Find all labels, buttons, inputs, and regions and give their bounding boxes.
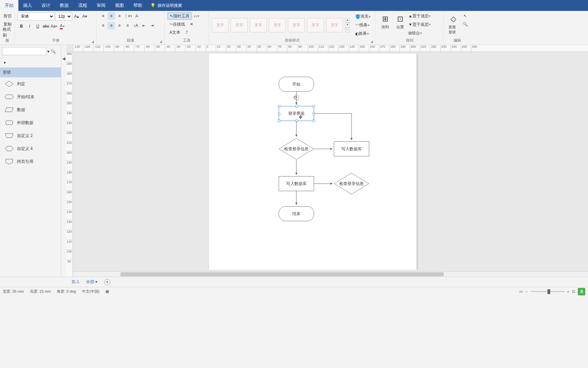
justify-button[interactable]: ≡ — [124, 22, 131, 29]
gallery-more-button[interactable]: ⋯ — [345, 28, 350, 32]
select-button[interactable]: ↖ — [461, 12, 469, 20]
style-item[interactable]: 文字 — [250, 18, 267, 32]
group-button[interactable]: ⊞ 组合▾ — [408, 29, 438, 37]
shapes-category[interactable]: 形状 — [0, 67, 61, 77]
style-item[interactable]: 文字 — [231, 18, 248, 32]
font-name-combo[interactable]: 宋体 — [18, 12, 54, 20]
page-tab[interactable]: 页-1 — [71, 279, 79, 285]
indent-left-button[interactable]: ⇤ — [140, 22, 148, 29]
resize-handle[interactable] — [312, 119, 315, 122]
all-pages-tab[interactable]: 全部 ▾ — [86, 279, 97, 285]
tab-insert[interactable]: 插入 — [18, 0, 37, 11]
search-icon[interactable]: 🔍 — [51, 49, 56, 54]
font-launcher[interactable]: ◢ — [92, 40, 96, 44]
indent-right-button[interactable]: ⇥ — [148, 22, 156, 29]
shape-custom2[interactable]: 自定义 2 — [0, 129, 61, 142]
find-button[interactable]: 🔍 — [461, 20, 469, 28]
drawing-page[interactable]: 开始 登录界面 ⟳ ✥ 检查登录信息 — [209, 53, 416, 270]
tab-data[interactable]: 数据 — [55, 0, 74, 11]
pointer-tool-button[interactable]: ↖ 指针工具 — [167, 12, 192, 20]
gallery-down-button[interactable]: ▾ — [345, 23, 350, 28]
gallery-up-button[interactable]: ▴ — [345, 18, 350, 23]
bold-button[interactable]: B — [18, 22, 25, 30]
change-shape-button[interactable]: ◇更改形状 — [446, 12, 460, 36]
align-button[interactable]: ⊞排列 — [378, 12, 392, 31]
node-end[interactable]: 结束 — [279, 206, 314, 221]
tab-view[interactable]: 视图 — [110, 0, 129, 11]
align-right-button[interactable]: ≡ — [116, 22, 123, 29]
font-size-combo[interactable]: 12pt — [55, 12, 72, 20]
resize-handle[interactable] — [278, 105, 280, 108]
search-dropdown-icon[interactable]: ▾ — [47, 49, 49, 54]
tab-process[interactable]: 流程 — [74, 0, 92, 11]
style-item[interactable]: 文字 — [307, 18, 324, 32]
tell-me-search[interactable]: 💡 操作说明搜索 — [150, 3, 182, 9]
para-launcher[interactable]: ◢ — [160, 40, 164, 44]
resize-handle[interactable] — [278, 119, 280, 122]
shape-custom4[interactable]: 自定义 4 — [0, 142, 61, 155]
node-check[interactable]: 检查登录信息 — [279, 138, 314, 160]
shrink-font-button[interactable]: A▾ — [81, 13, 88, 20]
clear-format-button[interactable]: A̶ — [133, 12, 141, 20]
zoom-in-button[interactable]: + — [567, 290, 569, 294]
font-color-button[interactable]: A▾ — [59, 22, 66, 30]
panel-collapse-button[interactable]: ◀ — [61, 52, 66, 65]
position-button[interactable]: ⊡位置 — [393, 12, 407, 31]
scrollbar-thumb[interactable] — [120, 272, 444, 276]
tab-home[interactable]: 开始 — [0, 0, 18, 11]
change-case-button[interactable]: Aa▾ — [50, 22, 58, 30]
text-tool-button[interactable]: A 文本 — [167, 29, 182, 36]
shapes-search-input[interactable] — [2, 47, 46, 55]
view-mode-icon[interactable]: ▭ — [519, 289, 523, 294]
align-middle-button[interactable]: ≡ — [108, 12, 115, 20]
send-back-button[interactable]: ▼ 置于底层▾ — [408, 21, 438, 28]
zoom-slider[interactable] — [530, 291, 565, 292]
fit-page-button[interactable]: ⊡ — [572, 289, 575, 294]
shape-data[interactable]: 数据 — [0, 103, 61, 116]
zoom-out-button[interactable]: − — [525, 290, 527, 294]
node-check2[interactable]: 检查登录信息 — [334, 173, 369, 195]
align-center-button[interactable]: ≡ — [108, 22, 115, 29]
resize-handle[interactable] — [295, 105, 298, 108]
canvas[interactable]: 开始 登录界面 ⟳ ✥ 检查登录信息 — [73, 52, 588, 270]
grow-font-button[interactable]: A▴ — [73, 13, 80, 20]
delete-connector-button[interactable]: ✕ — [188, 20, 195, 28]
strike-button[interactable]: abc — [42, 22, 50, 30]
node-write-db[interactable]: 写入数据库 — [334, 141, 369, 156]
style-item[interactable]: 文字 — [326, 18, 343, 32]
bring-front-button[interactable]: ▲ 置于顶层▾ — [408, 12, 438, 20]
style-launcher[interactable]: ◢ — [371, 40, 375, 44]
underline-button[interactable]: U — [34, 22, 42, 30]
shapes-expand[interactable]: ▸ — [0, 57, 61, 67]
format-painter-button[interactable]: 格式刷 — [3, 29, 12, 36]
shape-terminator[interactable]: 开始/结束 — [0, 90, 61, 103]
resize-handle[interactable] — [312, 105, 315, 108]
node-write-db2[interactable]: 写入数据库 — [279, 176, 314, 191]
style-item[interactable]: 文字 — [288, 18, 305, 32]
text-direction-button[interactable]: ↕A — [132, 22, 140, 29]
shape-offpage-ref[interactable]: 跨页引用 — [0, 155, 61, 168]
shape-decision[interactable]: 判定 — [0, 77, 61, 90]
horizontal-scrollbar[interactable] — [73, 271, 588, 277]
align-bottom-button[interactable]: ≡ — [116, 12, 123, 20]
macro-icon[interactable]: ▦ — [105, 289, 109, 294]
style-item[interactable]: 文字 — [269, 18, 286, 32]
add-page-button[interactable]: + — [104, 279, 110, 285]
ime-indicator[interactable]: S — [578, 288, 585, 295]
cut-button[interactable]: 剪切 — [3, 12, 12, 20]
style-item[interactable]: 文字 — [212, 18, 229, 32]
bullets-button[interactable]: ⋮≡▾ — [124, 12, 132, 20]
resize-handle[interactable] — [278, 112, 280, 115]
node-start[interactable]: 开始 — [279, 77, 314, 92]
status-language[interactable]: 中文(中国) — [82, 289, 99, 294]
tab-review[interactable]: 审阅 — [92, 0, 110, 11]
rotation-handle[interactable]: ⟳ — [294, 95, 299, 100]
italic-button[interactable]: I — [26, 22, 33, 30]
shape-external-data[interactable]: 外部数据 — [0, 116, 61, 129]
connector-tool-button[interactable]: ⤳ 连接线 — [167, 20, 187, 28]
align-top-button[interactable]: ≡ — [99, 12, 107, 20]
text-rotate-button[interactable]: ⤴ — [183, 29, 191, 36]
tab-design[interactable]: 设计 — [37, 0, 55, 11]
resize-handle[interactable] — [312, 112, 315, 115]
rectangle-tool-button[interactable]: ▭▾ — [193, 12, 200, 20]
